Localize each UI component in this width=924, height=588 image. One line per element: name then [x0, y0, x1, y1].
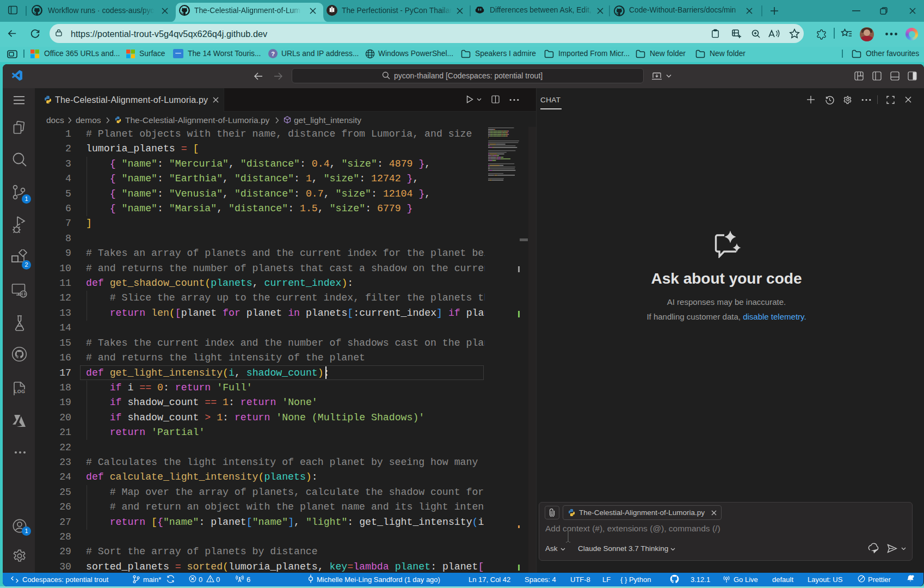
- svg-text:?: ?: [271, 51, 275, 57]
